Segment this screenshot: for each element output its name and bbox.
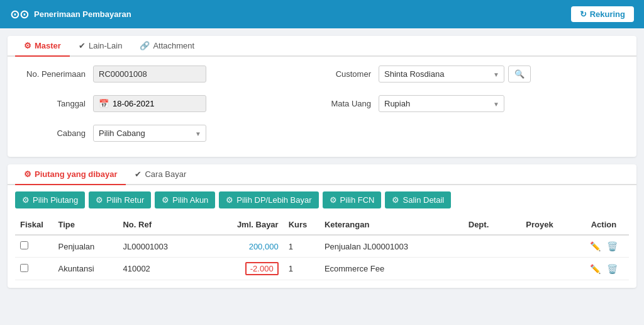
customer-search-button[interactable]: 🔍 [508,66,531,83]
cabang-select-wrap: Pilih Cabang ▼ [93,125,206,142]
rekuring-button[interactable]: ↻ Rekuring [571,6,634,22]
customer-select[interactable]: Shinta Rosdiana [379,66,504,83]
pilih-akun-label: Pilih Akun [172,195,208,205]
pilih-piutang-icon: ⚙ [22,195,30,205]
master-tab-icon: ⚙ [24,41,31,50]
row2-action: ✏️ 🗑️ [579,258,629,280]
col-header-noref: No. Ref [118,215,197,235]
customer-row: Customer Shinta Rosdiana ▼ 🔍 [322,66,626,83]
cabang-label: Cabang [18,128,93,138]
row2-edit-button[interactable]: ✏️ [588,263,602,275]
row1-kurs: 1 [284,235,319,258]
attachment-tab-icon: 🔗 [140,41,150,50]
mata-uang-row: Mata Uang Rupiah ▼ [322,95,626,112]
row2-delete-button[interactable]: 🗑️ [605,263,619,275]
piutang-tab-icon: ⚙ [24,169,31,179]
no-penerimaan-row: No. Penerimaan [18,66,322,83]
row1-fiskal [15,235,53,258]
row1-jmlbayar: 200,000 [197,235,283,258]
pilih-fcn-label: Pilih FCN [340,195,375,205]
row1-proyek [521,235,579,258]
tab-cara-bayar[interactable]: ✔ Cara Bayar [126,164,195,185]
table-row: Penjualan JL00001003 200,000 1 Penjualan… [15,235,629,258]
app-title-area: ⊙⊙ Penerimaan Pembayaran [10,8,131,21]
table-row: Akuntansi 410002 -2.000 1 Ecommerce Fee … [15,258,629,280]
tab-master[interactable]: ⚙ Master [15,36,70,57]
tanggal-row: Tanggal 📅 18-06-2021 [18,95,322,112]
tanggal-input-wrap: 📅 18-06-2021 [93,95,206,112]
tanggal-label: Tanggal [18,99,93,108]
app-title: Penerimaan Pembayaran [34,9,131,19]
col-header-kurs: Kurs [284,215,319,235]
row2-jmlbayar-value: -2.000 [245,262,279,275]
search-icon: 🔍 [514,69,525,79]
row2-kurs: 1 [284,258,319,280]
salin-detail-icon: ⚙ [392,195,399,205]
pilih-dp-icon: ⚙ [226,195,233,205]
lainlain-tab-icon: ✔ [79,41,86,50]
master-tab-label: Master [35,41,61,50]
row1-edit-button[interactable]: ✏️ [588,240,602,253]
action-bar: ⚙ Pilih Piutang ⚙ Pilih Retur ⚙ Pilih Ak… [8,185,636,215]
form-left: No. Penerimaan Tanggal 📅 18-06-2021 Caba… [18,66,322,148]
customer-label: Customer [322,69,379,79]
pilih-retur-icon: ⚙ [96,195,103,205]
app-icon: ⊙⊙ [10,8,29,21]
carabayar-tab-label: Cara Bayar [145,169,186,179]
row2-noref: 410002 [118,258,197,280]
mata-uang-select[interactable]: Rupiah [379,95,504,112]
tab-lain-lain[interactable]: ✔ Lain-Lain [70,36,131,57]
row1-tipe: Penjualan [53,235,118,258]
row2-dept [464,258,521,280]
cabang-select[interactable]: Pilih Cabang [93,125,206,142]
row1-keterangan: Penjualan JL00001003 [319,235,464,258]
customer-select-wrap: Shinta Rosdiana ▼ [379,66,504,83]
pilih-retur-button[interactable]: ⚙ Pilih Retur [89,191,151,208]
no-penerimaan-label: No. Penerimaan [18,69,93,79]
row1-dept [464,235,521,258]
col-header-tipe: Tipe [53,215,118,235]
table-wrap: Fiskal Tipe No. Ref Jml. Bayar Kurs Kete… [8,215,636,288]
pilih-retur-label: Pilih Retur [106,195,144,205]
col-header-dept: Dept. [464,215,521,235]
row2-tipe: Akuntansi [53,258,118,280]
rekuring-icon: ↻ [580,9,587,19]
tab-attachment[interactable]: 🔗 Attachment [131,36,203,57]
col-header-jmlbayar: Jml. Bayar [197,215,283,235]
col-header-proyek: Proyek [521,215,579,235]
pilih-dp-button[interactable]: ⚙ Pilih DP/Lebih Bayar [219,191,318,208]
row2-fiskal [15,258,53,280]
attachment-tab-label: Attachment [153,41,194,50]
row2-keterangan: Ecommerce Fee [319,258,464,280]
pilih-fcn-button[interactable]: ⚙ Pilih FCN [323,191,382,208]
salin-detail-label: Salin Detail [402,195,444,205]
carabayar-tab-icon: ✔ [135,169,142,179]
col-header-fiskal: Fiskal [15,215,53,235]
piutang-tab-label: Piutang yang dibayar [35,169,117,179]
lainlain-tab-label: Lain-Lain [89,41,123,50]
salin-detail-button[interactable]: ⚙ Salin Detail [385,191,451,208]
piutang-card: ⚙ Piutang yang dibayar ✔ Cara Bayar ⚙ Pi… [8,164,636,288]
mata-uang-label: Mata Uang [322,99,379,108]
row2-proyek [521,258,579,280]
top-tabs: ⚙ Master ✔ Lain-Lain 🔗 Attachment [8,36,636,57]
form-right: Customer Shinta Rosdiana ▼ 🔍 Mata Uang R… [322,66,626,148]
app-header: ⊙⊙ Penerimaan Pembayaran ↻ Rekuring [0,0,644,28]
pilih-akun-icon: ⚙ [162,195,169,205]
col-header-keterangan: Keterangan [319,215,464,235]
row1-action: ✏️ 🗑️ [579,235,629,258]
row1-noref: JL00001003 [118,235,197,258]
row1-fiskal-checkbox[interactable] [20,241,28,249]
piutang-table: Fiskal Tipe No. Ref Jml. Bayar Kurs Kete… [15,215,629,280]
col-header-action: Action [579,215,629,235]
no-penerimaan-input[interactable] [93,66,206,83]
row2-fiskal-checkbox[interactable] [20,264,28,272]
main-card: ⚙ Master ✔ Lain-Lain 🔗 Attachment No. Pe… [8,36,636,157]
rekuring-label: Rekuring [590,9,625,19]
pilih-dp-label: Pilih DP/Lebih Bayar [236,195,311,205]
tab-piutang[interactable]: ⚙ Piutang yang dibayar [15,164,126,185]
mata-uang-select-wrap: Rupiah ▼ [379,95,504,112]
pilih-akun-button[interactable]: ⚙ Pilih Akun [155,191,215,208]
row1-delete-button[interactable]: 🗑️ [605,240,619,253]
pilih-piutang-button[interactable]: ⚙ Pilih Piutang [15,191,85,208]
